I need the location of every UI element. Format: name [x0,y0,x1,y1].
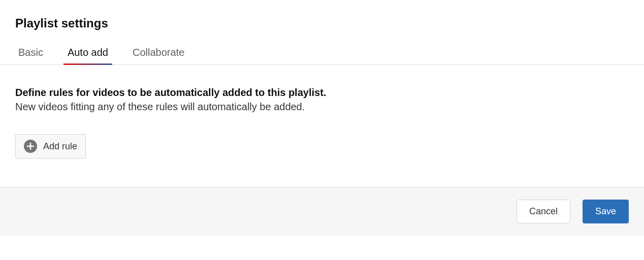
tab-auto-add[interactable]: Auto add [68,47,108,64]
header: Playlist settings Basic Auto add Collabo… [0,0,644,64]
tab-collaborate[interactable]: Collaborate [133,47,184,64]
tabs: Basic Auto add Collaborate [15,47,629,64]
save-button[interactable]: Save [583,200,629,223]
tab-content-auto-add: Define rules for videos to be automatica… [0,65,644,187]
dialog-footer: Cancel Save [0,187,644,236]
description-title: Define rules for videos to be automatica… [15,85,629,100]
page-title: Playlist settings [15,16,629,30]
tab-basic[interactable]: Basic [18,47,43,64]
add-rule-button[interactable]: Add rule [15,134,86,158]
description-subtitle: New videos fitting any of these rules wi… [15,100,629,114]
add-rule-label: Add rule [43,141,77,152]
cancel-button[interactable]: Cancel [517,200,570,223]
plus-circle-icon [24,140,37,153]
